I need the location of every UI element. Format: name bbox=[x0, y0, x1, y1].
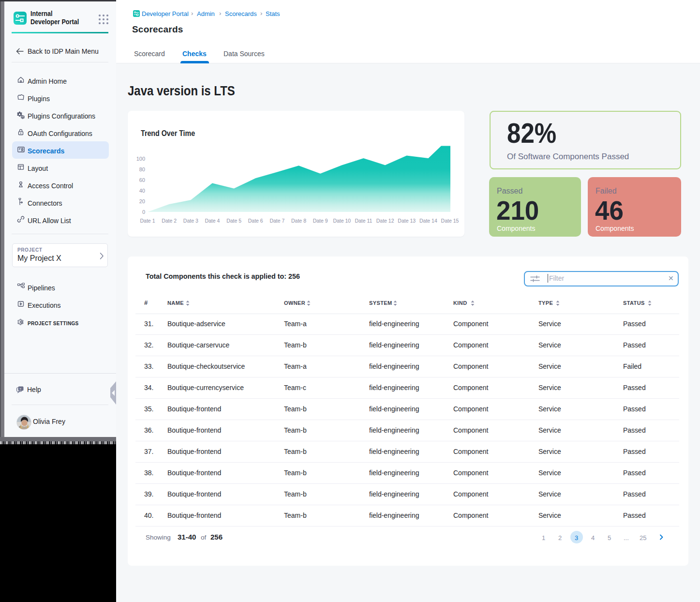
svg-text:Date 6: Date 6 bbox=[248, 218, 263, 224]
svg-text:Date 8: Date 8 bbox=[291, 218, 306, 224]
svg-text:Date 2: Date 2 bbox=[162, 218, 177, 224]
svg-text:Date 7: Date 7 bbox=[269, 218, 284, 224]
svg-text:100: 100 bbox=[136, 156, 145, 162]
svg-text:Date 1: Date 1 bbox=[140, 218, 155, 224]
svg-text:Date 15: Date 15 bbox=[441, 218, 459, 224]
svg-text:40: 40 bbox=[139, 188, 145, 194]
svg-text:Date 11: Date 11 bbox=[355, 218, 372, 224]
svg-text:Date 13: Date 13 bbox=[398, 218, 416, 224]
svg-text:0: 0 bbox=[142, 209, 145, 215]
svg-text:60: 60 bbox=[139, 177, 145, 183]
svg-text:Date 5: Date 5 bbox=[226, 218, 241, 224]
svg-text:Date 3: Date 3 bbox=[183, 218, 198, 224]
svg-text:Date 10: Date 10 bbox=[333, 218, 351, 224]
svg-text:Date 4: Date 4 bbox=[205, 218, 220, 224]
svg-text:Date 14: Date 14 bbox=[419, 218, 437, 224]
svg-text:Date 9: Date 9 bbox=[313, 218, 328, 224]
svg-text:Date 12: Date 12 bbox=[376, 218, 394, 224]
svg-text:20: 20 bbox=[139, 198, 145, 204]
svg-text:80: 80 bbox=[139, 166, 145, 172]
